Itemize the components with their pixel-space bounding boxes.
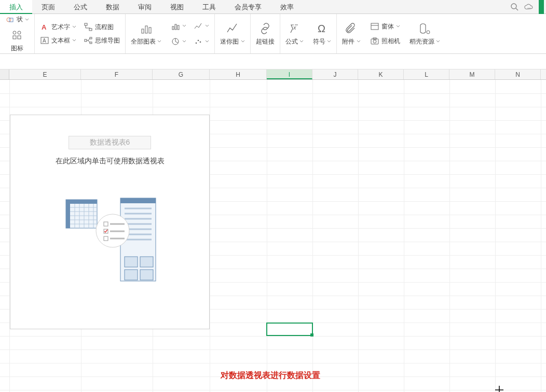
omega-icon: Ω: [316, 22, 329, 35]
menu-vip[interactable]: 会员专享: [225, 0, 271, 14]
col-header-G[interactable]: G: [153, 69, 210, 79]
shapes-button[interactable]: 状: [5, 15, 29, 24]
column-headers: E F G H I J K L M N: [0, 69, 546, 80]
menu-efficiency[interactable]: 效率: [271, 0, 303, 14]
shapes-label: 状: [17, 15, 23, 24]
svg-rect-59: [125, 257, 138, 267]
menu-bar: 插入 页面 公式 数据 审阅 视图 工具 会员专享 效率: [0, 0, 546, 14]
symbol-button[interactable]: Ω 符号: [313, 22, 331, 46]
svg-rect-16: [85, 39, 87, 41]
menu-formula[interactable]: 公式: [64, 0, 97, 14]
shapes-icon: [5, 15, 15, 24]
svg-rect-20: [145, 26, 147, 33]
wordart-label: 艺术字: [51, 23, 70, 32]
col-header-K[interactable]: K: [358, 69, 404, 79]
paperclip-icon: [345, 22, 358, 35]
ribbon-group-art: A 艺术字 流程图 A 文本框 思维导图: [35, 14, 126, 53]
cloud-icon[interactable]: [524, 2, 534, 11]
window-button[interactable]: 窗体: [370, 22, 400, 31]
col-header-F[interactable]: F: [81, 69, 153, 79]
svg-point-28: [200, 41, 201, 43]
flowchart-button[interactable]: 流程图: [84, 22, 114, 32]
cursor-crosshair: [495, 386, 503, 392]
pivot-illustration: [20, 197, 200, 285]
sparkline-button[interactable]: 迷你图: [220, 22, 244, 46]
window-label: 窗体: [381, 22, 394, 31]
bar-chart-icon: [171, 21, 180, 31]
svg-text:x: x: [293, 24, 296, 31]
col-header-L[interactable]: L: [404, 69, 449, 79]
camera-label: 照相机: [381, 37, 400, 46]
svg-rect-61: [125, 270, 138, 280]
svg-point-26: [196, 43, 197, 44]
attachment-button[interactable]: 附件: [342, 22, 360, 46]
svg-rect-19: [142, 29, 144, 33]
ribbon-group-charts: 全部图表: [126, 14, 215, 53]
search-icon[interactable]: [510, 2, 519, 11]
svg-rect-13: [89, 29, 92, 31]
menu-page[interactable]: 页面: [32, 0, 64, 14]
svg-point-36: [427, 31, 430, 34]
icons-button[interactable]: 图标: [5, 29, 29, 53]
col-header-M[interactable]: M: [449, 69, 495, 79]
menu-review[interactable]: 审阅: [129, 0, 161, 14]
pie-chart-button[interactable]: [171, 37, 186, 46]
resources-button[interactable]: 稻壳资源: [410, 22, 440, 46]
resources-icon: [418, 22, 431, 35]
sparkline-icon: [226, 22, 239, 35]
mindmap-icon: [84, 36, 93, 45]
chart-icon: [140, 22, 153, 35]
pivot-table-placeholder[interactable]: 数据透视表6 在此区域内单击可使用数据透视表: [10, 115, 210, 329]
pivot-hint: 在此区域内单击可使用数据透视表: [20, 157, 200, 166]
ribbon-group-attachment: 附件 窗体 照相机 稻壳资源: [337, 14, 445, 53]
wordart-button[interactable]: A 艺术字: [40, 22, 76, 32]
menu-data[interactable]: 数据: [97, 0, 129, 14]
window-icon: [370, 22, 379, 31]
svg-point-34: [373, 40, 376, 43]
svg-rect-51: [120, 198, 156, 203]
ribbon: 状 图标 A 艺术字 流程图 A 文本框: [0, 14, 546, 54]
scatter-chart-icon: [194, 37, 203, 46]
svg-rect-22: [172, 26, 174, 30]
formula-button[interactable]: x 公式: [285, 22, 304, 46]
col-header-E[interactable]: E: [9, 69, 81, 79]
svg-rect-62: [140, 270, 153, 280]
pie-chart-icon: [171, 37, 180, 46]
menu-tools[interactable]: 工具: [193, 0, 225, 14]
ribbon-group-formula-symbol: x 公式 Ω 符号: [280, 14, 337, 53]
textbox-button[interactable]: A 文本框: [40, 36, 76, 45]
scatter-chart-button[interactable]: [194, 37, 209, 46]
collapse-button[interactable]: [539, 0, 544, 14]
line-chart-icon: [194, 21, 203, 31]
attachment-label: 附件: [342, 38, 354, 45]
svg-rect-31: [371, 23, 378, 30]
camera-button[interactable]: 照相机: [370, 36, 400, 46]
col-header-J[interactable]: J: [312, 69, 358, 79]
caption-text: 对数据透视表进行数据设置: [221, 370, 320, 381]
ribbon-group-sparkline: 迷你图: [215, 14, 250, 53]
all-charts-button[interactable]: 全部图表: [131, 22, 161, 46]
select-all-corner[interactable]: [0, 69, 9, 79]
svg-rect-18: [90, 42, 92, 44]
selected-cell[interactable]: [266, 323, 313, 336]
col-header-N[interactable]: N: [495, 69, 541, 79]
link-icon: [258, 22, 272, 35]
svg-text:Ω: Ω: [318, 23, 325, 34]
col-header-H[interactable]: H: [210, 69, 267, 79]
menu-view[interactable]: 视图: [161, 0, 193, 14]
icons-label: 图标: [11, 44, 23, 53]
col-header-I[interactable]: I: [267, 69, 312, 79]
bar-chart-button[interactable]: [171, 21, 186, 31]
formula-bar-gap: [0, 54, 546, 69]
svg-point-8: [18, 31, 21, 34]
svg-rect-10: [18, 36, 21, 39]
spreadsheet-grid[interactable]: 数据透视表6 在此区域内单击可使用数据透视表: [0, 80, 546, 392]
hyperlink-button[interactable]: 超链接: [256, 22, 275, 46]
mindmap-button[interactable]: 思维导图: [84, 36, 120, 45]
menu-insert[interactable]: 插入: [0, 0, 32, 14]
svg-rect-17: [90, 37, 92, 39]
mindmap-label: 思维导图: [95, 36, 120, 45]
line-chart-button[interactable]: [194, 21, 209, 31]
svg-rect-39: [66, 200, 70, 228]
svg-point-2: [528, 8, 528, 8]
